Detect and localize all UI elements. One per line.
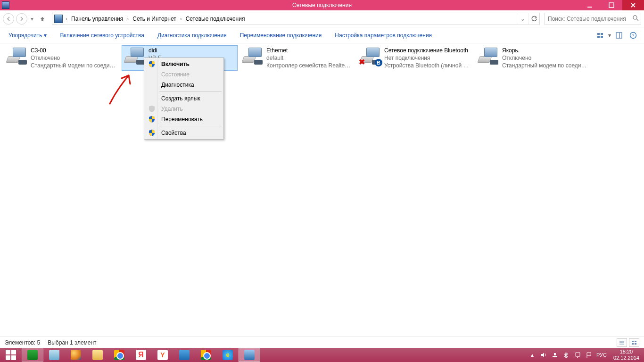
app-icon [2,1,9,9]
enable-device-button[interactable]: Включение сетевого устройства [53,27,151,43]
connection-list: C3-00 Отключено Стандартный модем по сое… [0,43,644,73]
uac-shield-icon [148,115,156,123]
organize-button[interactable]: Упорядочить▾ [2,27,53,43]
command-bar: Упорядочить▾ Включение сетевого устройст… [0,27,644,43]
breadcrumb-sep: › [179,16,183,22]
taskbar: Я Y e ▴ РУС 18:20 02.12.2014 [0,348,644,362]
connection-device: Стандартный модем по соедине… [31,62,117,69]
chevron-down-icon: ▾ [44,32,47,39]
connection-name: Якорь. [502,47,589,54]
status-bar: Элементов: 5 Выбран 1 элемент [0,337,644,348]
window-title: Сетевые подключения [0,2,644,8]
connection-device: Стандартный модем по соедине… [502,62,589,69]
disconnected-icon: ✖ [359,58,365,66]
breadcrumb-item[interactable]: Сеть и Интернет [130,13,179,25]
taskbar-chrome-2[interactable] [195,348,217,362]
tray-show-hidden-icon[interactable]: ▴ [528,351,536,359]
titlebar: Сетевые подключения [0,0,644,10]
breadcrumb[interactable]: › Панель управления › Сеть и Интернет › … [52,13,540,25]
navbar: ▾ › Панель управления › Сеть и Интернет … [0,10,644,27]
view-details-button[interactable] [617,338,627,347]
up-button[interactable] [37,13,48,25]
taskbar-notepad[interactable] [43,348,65,362]
ctx-rename[interactable]: Переименовать [145,114,223,124]
svg-rect-6 [597,36,600,38]
context-menu: Включить Состояние Диагностика Создать я… [144,58,224,140]
svg-point-2 [633,16,637,19]
ctx-properties[interactable]: Свойства [145,128,223,138]
network-adapter-icon [124,47,146,66]
breadcrumb-item[interactable]: Панель управления [68,13,126,25]
network-adapter-icon [478,47,499,66]
breadcrumb-sep: › [65,16,68,22]
chevron-down-icon[interactable]: ▾ [608,32,611,39]
taskbar-network-connections[interactable] [239,348,260,362]
status-selected-count: Выбран 1 элемент [48,339,96,346]
uac-shield-icon [148,60,156,68]
uac-shield-icon [148,129,156,137]
view-options-button[interactable] [594,30,606,41]
svg-rect-19 [553,356,557,357]
svg-rect-15 [632,341,634,342]
svg-rect-16 [635,341,636,342]
taskbar-file-explorer[interactable] [87,348,108,362]
taskbar-firefox[interactable] [65,348,87,362]
tray-bluetooth-icon[interactable] [562,351,570,359]
svg-rect-5 [601,33,603,35]
close-button[interactable] [622,0,644,10]
connection-device: Контроллер семейства Realtek P… [266,62,353,69]
tray-action-center-icon[interactable] [574,351,581,359]
ctx-create-shortcut[interactable]: Создать ярлык [145,93,223,104]
taskbar-yandex[interactable]: Я [130,348,152,362]
svg-text:?: ? [632,33,635,38]
uac-shield-icon [148,105,156,113]
taskbar-store[interactable] [22,348,43,362]
taskbar-chrome[interactable] [108,348,130,362]
forward-button[interactable] [16,13,27,25]
svg-line-3 [636,19,638,21]
taskbar-yandex-browser[interactable]: Y [152,348,173,362]
ctx-enable[interactable]: Включить [145,59,223,69]
refresh-button[interactable] [528,13,539,25]
rename-connection-button[interactable]: Переименование подключения [233,27,329,43]
search-box[interactable] [545,13,641,25]
ctx-diagnose[interactable]: Диагностика [145,80,223,90]
network-adapter-icon [6,47,28,66]
breadcrumb-item[interactable]: Сетевые подключения [183,13,248,25]
svg-rect-4 [597,33,600,35]
tray-volume-icon[interactable] [540,351,547,359]
tray-clock[interactable]: 18:20 02.12.2014 [611,349,642,361]
location-icon [54,15,63,23]
connection-item[interactable]: Якорь. Отключено Стандартный модем по со… [475,45,591,71]
connection-item[interactable]: ✖ B Сетевое подключение Bluetooth Нет по… [357,45,473,71]
view-icons-button[interactable] [629,338,639,347]
back-button[interactable] [3,13,14,25]
connection-name: C3-00 [31,47,117,54]
help-button[interactable]: ? [627,30,639,41]
breadcrumb-dropdown[interactable]: ⌄ [517,13,528,25]
start-button[interactable] [0,348,22,362]
history-dropdown[interactable]: ▾ [29,16,35,22]
connection-item[interactable]: Ethernet default Контроллер семейства Re… [239,45,355,71]
preview-pane-button[interactable] [613,30,625,41]
tray-language[interactable]: РУС [596,352,607,358]
bluetooth-icon: B [375,59,382,66]
connection-item[interactable]: C3-00 Отключено Стандартный модем по сое… [4,45,120,71]
breadcrumb-sep: › [126,16,130,22]
taskbar-sound-app[interactable] [173,348,195,362]
search-input[interactable] [547,15,632,23]
connection-status: Отключено [31,54,117,62]
maximize-button[interactable] [601,0,622,10]
system-tray: ▴ РУС 18:20 02.12.2014 [528,348,644,362]
tray-flag-icon[interactable] [585,351,593,359]
svg-rect-1 [609,3,614,8]
tray-network-icon[interactable] [551,351,559,359]
ctx-delete: Удалить [145,104,223,114]
svg-rect-7 [601,36,603,38]
diagnose-button[interactable]: Диагностика подключения [151,27,233,43]
status-item-count: Элементов: 5 [5,339,40,346]
minimize-button[interactable] [579,0,601,10]
taskbar-ie[interactable]: e [217,348,239,362]
svg-rect-17 [632,343,634,345]
connection-settings-button[interactable]: Настройка параметров подключения [328,27,438,43]
